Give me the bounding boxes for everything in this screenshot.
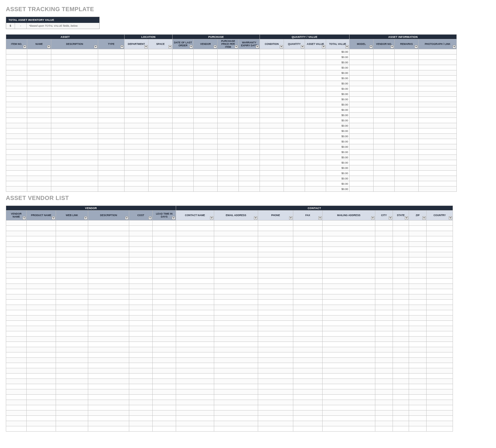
table-cell[interactable]	[129, 310, 153, 315]
table-cell[interactable]	[258, 284, 293, 289]
table-cell[interactable]	[176, 342, 214, 347]
table-cell[interactable]	[293, 416, 323, 421]
table-cell[interactable]	[419, 81, 457, 86]
table-cell[interactable]	[374, 134, 395, 139]
table-cell[interactable]	[56, 226, 88, 231]
table-cell[interactable]	[214, 294, 258, 300]
table-cell[interactable]	[239, 165, 260, 171]
table-cell[interactable]	[194, 113, 218, 118]
table-cell[interactable]	[395, 186, 419, 192]
table-cell[interactable]	[323, 368, 375, 374]
table-cell[interactable]	[176, 257, 214, 263]
table-cell[interactable]	[27, 236, 56, 242]
column-header-cell[interactable]: CONTACT NAME	[176, 211, 214, 220]
table-cell[interactable]	[56, 421, 88, 426]
table-cell[interactable]	[395, 55, 419, 60]
table-cell[interactable]	[393, 284, 409, 289]
table-cell[interactable]	[427, 374, 453, 379]
table-cell[interactable]	[27, 128, 51, 134]
table-cell[interactable]	[153, 352, 176, 358]
table-cell[interactable]	[6, 49, 27, 55]
table-cell[interactable]	[350, 60, 374, 65]
table-cell[interactable]	[395, 128, 419, 134]
column-header-cell[interactable]: CONDITION	[260, 39, 284, 49]
table-cell[interactable]	[305, 102, 326, 107]
table-cell[interactable]	[375, 342, 393, 347]
table-cell[interactable]	[293, 326, 323, 331]
table-cell[interactable]	[6, 186, 27, 192]
column-header-cell[interactable]: COST	[129, 211, 153, 220]
table-cell[interactable]	[214, 384, 258, 389]
filter-dropdown-icon[interactable]	[389, 216, 392, 220]
table-cell[interactable]	[395, 150, 419, 155]
table-cell[interactable]	[6, 76, 27, 81]
table-cell[interactable]	[176, 326, 214, 331]
table-cell[interactable]	[51, 123, 98, 128]
table-cell[interactable]: $0.00	[326, 139, 350, 144]
table-cell[interactable]	[260, 76, 284, 81]
table-cell[interactable]	[239, 144, 260, 150]
table-cell[interactable]	[427, 226, 453, 231]
table-cell[interactable]	[258, 236, 293, 242]
table-cell[interactable]	[149, 171, 173, 176]
table-cell[interactable]	[27, 181, 51, 186]
table-cell[interactable]	[393, 331, 409, 337]
table-cell[interactable]	[56, 294, 88, 300]
table-cell[interactable]	[129, 374, 153, 379]
table-cell[interactable]	[214, 247, 258, 252]
table-cell[interactable]	[239, 70, 260, 76]
table-cell[interactable]	[218, 113, 239, 118]
table-cell[interactable]	[260, 118, 284, 123]
table-cell[interactable]	[323, 289, 375, 294]
table-cell[interactable]	[419, 118, 457, 123]
table-cell[interactable]	[125, 81, 149, 86]
table-cell[interactable]	[218, 176, 239, 181]
table-cell[interactable]	[51, 86, 98, 91]
table-cell[interactable]	[293, 342, 323, 347]
table-cell[interactable]	[176, 410, 214, 416]
table-cell[interactable]	[409, 321, 427, 326]
table-cell[interactable]	[27, 226, 56, 231]
table-cell[interactable]	[214, 389, 258, 395]
table-cell[interactable]	[427, 300, 453, 305]
table-cell[interactable]	[56, 326, 88, 331]
table-cell[interactable]	[218, 150, 239, 155]
table-cell[interactable]	[419, 139, 457, 144]
table-cell[interactable]	[258, 268, 293, 273]
table-cell[interactable]	[51, 76, 98, 81]
table-cell[interactable]	[350, 128, 374, 134]
table-cell[interactable]	[149, 49, 173, 55]
table-cell[interactable]	[427, 257, 453, 263]
table-cell[interactable]	[258, 273, 293, 279]
table-cell[interactable]	[409, 395, 427, 400]
table-cell[interactable]	[194, 128, 218, 134]
table-cell[interactable]	[176, 294, 214, 300]
table-cell[interactable]	[56, 416, 88, 421]
table-cell[interactable]	[375, 405, 393, 410]
filter-dropdown-icon[interactable]	[190, 45, 193, 48]
table-cell[interactable]	[88, 395, 129, 400]
table-cell[interactable]	[129, 284, 153, 289]
table-cell[interactable]	[395, 97, 419, 102]
table-cell[interactable]	[153, 273, 176, 279]
table-cell[interactable]	[323, 315, 375, 321]
table-cell[interactable]	[194, 49, 218, 55]
table-cell[interactable]	[393, 242, 409, 247]
table-cell[interactable]	[173, 160, 194, 165]
table-cell[interactable]	[88, 379, 129, 384]
table-cell[interactable]	[88, 305, 129, 310]
table-cell[interactable]	[258, 331, 293, 337]
table-cell[interactable]	[56, 321, 88, 326]
table-cell[interactable]	[88, 242, 129, 247]
table-cell[interactable]	[56, 379, 88, 384]
table-cell[interactable]	[239, 176, 260, 181]
table-cell[interactable]	[258, 257, 293, 263]
table-cell[interactable]	[409, 421, 427, 426]
table-cell[interactable]	[125, 70, 149, 76]
table-cell[interactable]	[6, 321, 27, 326]
table-cell[interactable]	[153, 284, 176, 289]
table-cell[interactable]	[427, 389, 453, 395]
table-cell[interactable]	[323, 389, 375, 395]
table-cell[interactable]	[27, 310, 56, 315]
table-cell[interactable]	[214, 263, 258, 268]
